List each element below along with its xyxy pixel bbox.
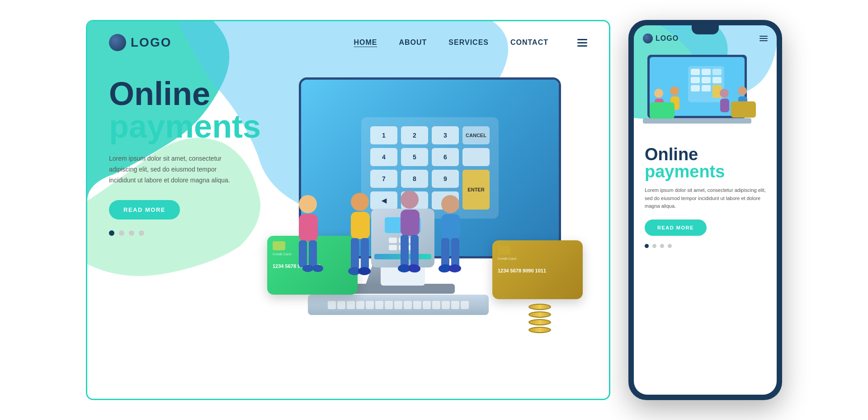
card-chip-gold: [498, 246, 510, 255]
svg-rect-15: [410, 235, 419, 267]
nav-links: HOME ABOUT SERVICES CONTACT: [354, 38, 587, 47]
dot-1[interactable]: [109, 230, 114, 236]
svg-rect-1: [299, 214, 318, 241]
dot-2[interactable]: [119, 230, 124, 236]
main-wrapper: LOGO HOME ABOUT SERVICES CONTACT Online …: [27, 15, 841, 405]
svg-rect-3: [309, 240, 317, 267]
svg-rect-42: [720, 99, 729, 112]
hero-text-block: Online payments Lorem ipsum dolor sit am…: [109, 68, 263, 340]
svg-rect-7: [351, 212, 370, 239]
key-enter: ENTER: [462, 170, 490, 210]
svg-rect-45: [650, 102, 675, 119]
svg-rect-33: [691, 85, 700, 91]
mobile-hero-title-line2: payments: [645, 163, 766, 180]
desktop-nav: LOGO HOME ABOUT SERVICES CONTACT: [87, 21, 609, 64]
hero-illustration: 1 2 3 CANCEL 4 5 6 7 8 9 ENTER: [263, 68, 587, 340]
svg-point-18: [441, 195, 459, 213]
svg-point-4: [302, 265, 313, 272]
card-number-gold: 1234 5678 9090 1011: [498, 268, 577, 273]
svg-point-43: [738, 86, 747, 95]
key-blank1: [462, 148, 490, 166]
mobile-illustration: [634, 48, 777, 138]
svg-rect-8: [351, 238, 359, 270]
desktop-hero: Online payments Lorem ipsum dolor sit am…: [87, 68, 609, 340]
svg-point-0: [299, 195, 317, 213]
svg-rect-21: [451, 238, 459, 267]
logo-text: LOGO: [131, 35, 171, 50]
svg-rect-27: [691, 69, 700, 75]
svg-rect-28: [702, 69, 711, 75]
nav-link-home[interactable]: HOME: [354, 38, 377, 47]
svg-rect-14: [401, 235, 409, 267]
mobile-dot-3[interactable]: [660, 244, 664, 248]
credit-card-gold: Credit Card 1234 5678 9090 1011: [492, 240, 583, 299]
mobile-scene-svg: [634, 48, 777, 138]
hero-description: Lorem ipsum dolor sit amet, consectetur …: [109, 153, 236, 186]
key-5: 5: [401, 148, 428, 166]
dot-4[interactable]: [139, 230, 144, 236]
slide-dots: [109, 230, 263, 236]
svg-rect-32: [712, 77, 722, 83]
mobile-hero-description: Lorem ipsum dolor sit amet, consectetur …: [645, 186, 766, 210]
svg-rect-46: [731, 101, 756, 118]
hero-title-line1: Online: [109, 77, 263, 110]
svg-point-6: [351, 193, 369, 211]
key-1: 1: [370, 126, 397, 144]
svg-rect-31: [702, 77, 711, 83]
nav-link-services[interactable]: SERVICES: [448, 38, 489, 47]
desktop-logo: LOGO: [109, 34, 171, 51]
mobile-dot-2[interactable]: [652, 244, 656, 248]
svg-point-37: [654, 89, 663, 98]
svg-rect-13: [401, 210, 420, 236]
mobile-logo-circle-icon: [643, 33, 653, 43]
nav-link-about[interactable]: ABOUT: [399, 38, 427, 47]
svg-rect-34: [702, 85, 711, 91]
dot-3[interactable]: [129, 230, 134, 236]
mobile-mockup: LOGO: [628, 20, 782, 400]
mobile-screen: LOGO: [634, 25, 777, 395]
key-4: 4: [370, 148, 397, 166]
svg-point-12: [401, 191, 419, 209]
mobile-hero-title-line1: Online: [645, 146, 766, 163]
key-3: 3: [432, 126, 459, 144]
desktop-mockup: LOGO HOME ABOUT SERVICES CONTACT Online …: [86, 20, 610, 400]
read-more-button[interactable]: READ MORE: [109, 200, 180, 220]
mobile-slide-dots: [645, 244, 766, 248]
svg-rect-19: [441, 214, 460, 239]
svg-rect-9: [361, 238, 369, 270]
mobile-logo-text: LOGO: [656, 34, 679, 43]
logo-circle-icon: [109, 34, 126, 51]
svg-point-11: [358, 267, 371, 275]
svg-rect-36: [643, 118, 751, 124]
mobile-logo: LOGO: [643, 33, 679, 43]
key-6: 6: [432, 148, 459, 166]
svg-rect-29: [712, 69, 722, 75]
svg-point-17: [407, 264, 420, 273]
people-illustration: [276, 177, 466, 331]
svg-rect-30: [691, 77, 700, 83]
svg-rect-20: [441, 238, 449, 267]
mobile-hero-text: Online payments Lorem ipsum dolor sit am…: [634, 138, 777, 255]
mobile-notch: [692, 25, 719, 34]
mobile-read-more-button[interactable]: READ MORE: [645, 220, 707, 236]
svg-point-39: [670, 86, 679, 95]
mobile-dot-1[interactable]: [645, 244, 649, 248]
key-cancel: CANCEL: [462, 126, 490, 144]
mobile-dot-4[interactable]: [668, 244, 672, 248]
svg-rect-2: [299, 240, 307, 267]
coins-illustration: [528, 304, 551, 333]
nav-link-contact[interactable]: CONTACT: [510, 38, 548, 47]
key-2: 2: [401, 126, 428, 144]
hamburger-menu-icon[interactable]: [577, 39, 587, 47]
hero-title-line2: payments: [109, 110, 263, 143]
svg-point-5: [312, 265, 323, 272]
mobile-hamburger-icon[interactable]: [760, 36, 768, 41]
card-label-gold: Credit Card: [498, 257, 577, 261]
svg-point-41: [720, 89, 729, 98]
svg-point-23: [448, 264, 461, 272]
